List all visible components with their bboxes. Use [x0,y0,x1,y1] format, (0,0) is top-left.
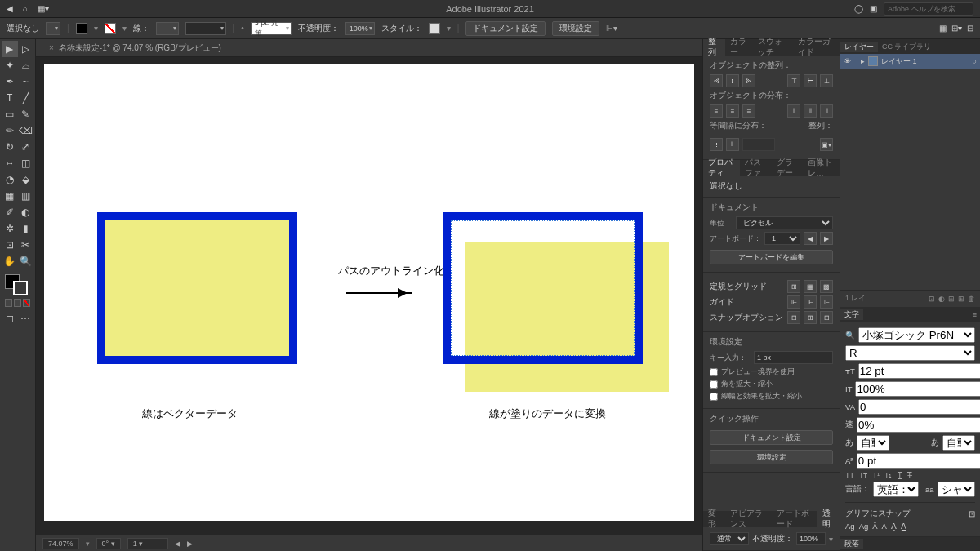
tab-pathfinder[interactable]: パスファ [740,160,772,176]
opacity-input[interactable]: 100% [345,22,375,35]
canvas[interactable]: 線はベクターデータ パスのアウトライン化 線が塗りのデータに変換 [36,57,702,535]
layer-name[interactable]: レイヤー 1 [881,56,917,67]
glyph-snap-toggle[interactable]: ⊡ [969,509,975,518]
dist-left-icon[interactable]: ⦀ [787,104,800,118]
none-mode-icon[interactable] [23,299,30,307]
vscale-input[interactable] [855,381,980,397]
dist-hspace-icon[interactable]: ⫴ [726,138,739,151]
quick-prefs-button[interactable]: 環境設定 [710,450,833,464]
slice-tool[interactable]: ✂ [18,237,34,253]
style-swatch[interactable] [429,23,440,34]
snap-pixel-icon[interactable]: ⊡ [820,311,833,324]
kerning-input[interactable] [858,399,980,415]
glyph-opt4-icon[interactable]: A [882,522,887,531]
snap-point-icon[interactable]: ⊡ [787,311,800,324]
direct-selection-tool[interactable]: ▷ [18,41,34,57]
dist-top-icon[interactable]: ≡ [710,104,723,118]
ruler-icon[interactable]: ⊞ [787,280,800,293]
stroke-profile-dd[interactable] [185,22,226,35]
gradient-mode-icon[interactable] [14,299,21,307]
tab-layers[interactable]: レイヤー [840,42,878,52]
doc-setup-button[interactable]: ドキュメント設定 [466,21,546,36]
panel-icon[interactable]: ⊞▾ [951,24,962,33]
tab-artboards[interactable]: アートボード [772,511,818,527]
brush-dd[interactable]: 3 pt. 丸筆 [251,22,292,35]
rectangle-tool[interactable]: ▭ [2,106,18,122]
paintbrush-tool[interactable]: ✎ [18,106,34,122]
glyph-opt6-icon[interactable]: A̲ [901,522,906,531]
baseline-input[interactable] [857,453,980,469]
gradient-tool[interactable]: ▥ [18,188,34,204]
collapse-icon[interactable]: ⊟ [967,24,973,33]
grid-icon[interactable]: ▦ [804,280,817,293]
help-search-input[interactable] [884,2,973,16]
superscript-icon[interactable]: T¹ [873,471,880,479]
edit-artboard-button[interactable]: アートボードを編集 [710,250,833,264]
zoom-tool[interactable]: 🔍 [18,253,34,269]
hand-tool[interactable]: ✋ [2,253,18,269]
artboard-nav[interactable]: 1 ▾ [127,538,168,549]
document-tab[interactable]: × 名称未設定-1* @ 74.07 % (RGB/プレビュー) [36,39,702,57]
layer-new-icon[interactable]: ⊞ [958,295,964,303]
dist-bottom-icon[interactable]: ≡ [742,104,755,118]
guide-show-icon[interactable]: ⊩ [787,295,800,309]
scale-tool[interactable]: ⤢ [18,139,34,155]
artboard-tool[interactable]: ⊡ [2,237,18,253]
stroke-color[interactable] [13,281,28,295]
dist-vcenter-icon[interactable]: ≡ [726,104,739,118]
align-left-icon[interactable]: ⫷ [710,74,723,87]
scale-strokes-checkbox[interactable]: 線幅と効果を拡大・縮小 [710,391,833,402]
tsume-input[interactable] [857,417,980,433]
key-input-field[interactable] [754,351,833,364]
eyedropper-tool[interactable]: ✐ [2,204,18,220]
glyph-opt3-icon[interactable]: Ă [872,522,877,531]
tab-imagetrace[interactable]: 画像トレ… [803,160,840,176]
prefs-button[interactable]: 環境設定 [552,21,599,36]
stroke-swatch[interactable] [105,23,116,34]
fill-stroke-swatches[interactable] [2,273,33,297]
dist-vspace-icon[interactable]: ⫶ [710,138,723,151]
align-top-icon[interactable]: ⊤ [787,74,800,87]
allcaps-icon[interactable]: TT [845,471,854,479]
tab-appearance[interactable]: アピアランス [725,511,772,527]
layer-sublayer-icon[interactable]: ⊞ [948,295,955,303]
subscript-icon[interactable]: T₁ [884,471,893,479]
font-family-select[interactable]: 小塚ゴシック Pr6N [858,327,975,343]
arrange-icon[interactable]: ▦▾ [38,4,49,13]
nav-prev-icon[interactable]: ◀ [175,540,180,548]
artboard-next-icon[interactable]: ▶ [820,232,833,245]
font-size-input[interactable] [858,363,980,379]
underline-icon[interactable]: T̲ [898,471,902,479]
align-vcenter-icon[interactable]: ⊢ [804,74,817,87]
tab-paragraph[interactable]: 段落 [840,539,863,549]
glyph-opt5-icon[interactable]: A̠ [891,522,897,531]
shape-builder-tool[interactable]: ◔ [2,171,18,188]
tab-transform[interactable]: 変形 [703,511,725,527]
tab-color[interactable]: カラー [725,39,753,56]
smallcaps-icon[interactable]: Tᴛ [859,471,868,479]
aki-right-select[interactable]: 自動 [942,435,975,451]
blend-mode-select[interactable]: 通常 [710,532,749,545]
home-icon[interactable]: ⌂ [23,4,28,13]
graph-tool[interactable]: ▮ [18,220,34,237]
tab-align[interactable]: 整列 [703,39,725,56]
align-to-dd[interactable]: ▣▾ [820,138,833,151]
dist-hcenter-icon[interactable]: ⦀ [804,104,817,118]
artboard-prev-icon[interactable]: ◀ [804,232,817,245]
dist-right-icon[interactable]: ⦀ [820,104,833,118]
quick-docsetup-button[interactable]: ドキュメント設定 [710,430,833,445]
left-rectangle[interactable] [97,212,297,364]
align-bottom-icon[interactable]: ⊥ [820,74,833,87]
lasso-tool[interactable]: ⌓ [18,57,34,73]
visibility-icon[interactable]: 👁 [844,57,851,65]
fill-swatch[interactable] [76,23,87,34]
snap-grid-icon[interactable]: ⊞ [804,311,817,324]
user-icon[interactable]: ◯ [854,4,863,13]
align-hcenter-icon[interactable]: ⫿ [726,74,739,87]
width-tool[interactable]: ↔ [2,155,18,171]
align-icon[interactable]: ⊩▾ [606,24,617,33]
nav-next-icon[interactable]: ▶ [187,540,193,548]
aki-left-select[interactable]: 自動 [857,435,889,451]
tab-gradient[interactable]: グラデー [772,160,804,176]
tab-character[interactable]: 文字 [840,309,863,320]
